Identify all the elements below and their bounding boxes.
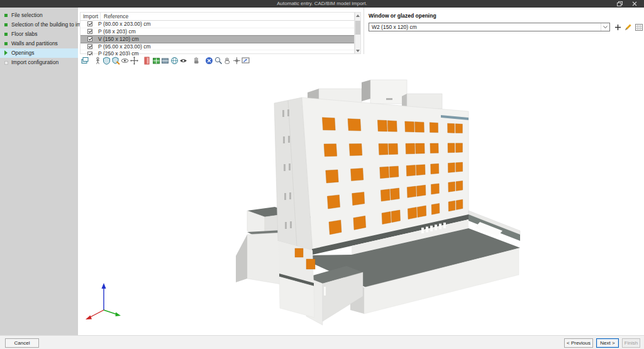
- table-scrollbar[interactable]: [355, 12, 361, 54]
- step-done-icon: [4, 23, 8, 26]
- sidebar-item-label: Import configuration: [11, 59, 58, 65]
- previous-button[interactable]: < Previous: [564, 338, 593, 348]
- step-current-icon: [4, 50, 8, 55]
- panel-title: Window or glazed opening: [364, 8, 644, 19]
- reference-cell: P (68 x 203) cm: [92, 28, 136, 35]
- selected-opening-value: W2 (150 x 120) cm: [369, 23, 601, 31]
- zoom-window-icon[interactable]: [214, 57, 223, 65]
- shield-edit-icon[interactable]: [112, 57, 120, 65]
- scroll-up-icon[interactable]: [355, 13, 360, 18]
- openings-table: Import Reference P (80.00 x 203.00) cm P…: [80, 12, 355, 54]
- title-bar: Automatic entry. CAD/BIM model import.: [0, 0, 644, 8]
- views-stack-icon[interactable]: [80, 57, 89, 65]
- reference-cell: P (95.00 x 203.00) cm: [92, 43, 150, 50]
- model-3d-viewport[interactable]: [78, 65, 644, 335]
- zoom-extents-icon[interactable]: [205, 57, 213, 65]
- fit-screen-icon[interactable]: [242, 57, 250, 65]
- axis-triad: [86, 283, 121, 319]
- table-grid-icon[interactable]: [635, 23, 643, 31]
- finish-button-disabled: Finish: [622, 338, 640, 348]
- scroll-down-icon[interactable]: [355, 48, 360, 53]
- table-row[interactable]: P (95.00 x 203.00) cm: [80, 43, 354, 51]
- window-icon[interactable]: [152, 57, 160, 65]
- person-height-icon[interactable]: [94, 57, 102, 65]
- sidebar-item-walls-partitions[interactable]: Walls and partitions: [0, 39, 78, 48]
- sidebar-item-building-selection[interactable]: Selection of the building to import: [0, 20, 78, 30]
- sidebar-item-openings[interactable]: Openings: [0, 48, 78, 58]
- step-done-icon: [4, 14, 8, 17]
- wizard-window: Automatic entry. CAD/BIM model import. F…: [0, 0, 644, 349]
- sidebar-item-file-selection[interactable]: File selection: [0, 11, 78, 20]
- edit-pencil-icon[interactable]: [624, 23, 633, 31]
- opening-type-select[interactable]: W2 (150 x 120) cm: [369, 23, 610, 31]
- sphere-icon[interactable]: [170, 57, 179, 65]
- 3d-model-view: [78, 65, 644, 335]
- move-icon[interactable]: [130, 57, 138, 65]
- step-done-icon: [4, 42, 8, 45]
- cancel-button[interactable]: Cancel: [5, 338, 39, 348]
- window-title: Automatic entry. CAD/BIM model import.: [0, 0, 644, 8]
- import-checkbox[interactable]: [87, 44, 92, 49]
- skylight-icon[interactable]: [161, 57, 169, 65]
- import-checkbox[interactable]: [87, 36, 92, 42]
- sidebar-item-floor-slabs[interactable]: Floor slabs: [0, 30, 78, 39]
- reference-cell: P (80.00 x 203.00) cm: [92, 21, 150, 28]
- close-icon[interactable]: [628, 0, 641, 8]
- view-toolbar: [78, 55, 644, 65]
- import-checkbox[interactable]: [87, 29, 92, 34]
- scrollbar-thumb[interactable]: [355, 21, 360, 35]
- opening-type-panel: Window or glazed opening W2 (150 x 120) …: [364, 8, 644, 54]
- orbit-icon[interactable]: [121, 57, 129, 65]
- table-row[interactable]: P (68 x 203) cm: [80, 28, 354, 36]
- reference-cell: V (150 x 120) cm: [92, 36, 139, 43]
- visibility-icon[interactable]: [179, 57, 187, 65]
- next-button[interactable]: Next >: [596, 338, 619, 348]
- column-header-import: Import: [80, 13, 101, 20]
- table-row-selected[interactable]: V (150 x 120) cm: [80, 35, 354, 43]
- step-done-icon: [4, 33, 8, 36]
- shield-icon[interactable]: [103, 57, 111, 65]
- pan-icon[interactable]: [223, 57, 231, 65]
- column-header-reference: Reference: [101, 13, 354, 20]
- step-pending-icon: [4, 61, 8, 65]
- sidebar-item-import-configuration[interactable]: Import configuration: [0, 58, 78, 67]
- restore-window-icon[interactable]: [613, 0, 626, 8]
- table-header: Import Reference: [80, 13, 354, 21]
- table-row[interactable]: P (80.00 x 203.00) cm: [80, 21, 354, 28]
- import-checkbox[interactable]: [87, 21, 92, 26]
- center-target-icon[interactable]: [233, 57, 241, 65]
- hand-draw-icon[interactable]: [192, 57, 201, 65]
- sidebar-item-label: Floor slabs: [11, 31, 38, 37]
- chevron-down-icon[interactable]: [601, 23, 609, 31]
- sidebar-item-label: File selection: [11, 12, 43, 18]
- footer-bar: Cancel < Previous Next > Finish: [0, 335, 644, 349]
- door-icon[interactable]: [143, 57, 151, 65]
- sidebar-item-label: Openings: [11, 50, 34, 56]
- add-opening-icon[interactable]: [613, 23, 622, 31]
- sidebar-item-label: Selection of the building to import: [11, 21, 91, 28]
- wizard-steps-sidebar: File selection Selection of the building…: [0, 8, 78, 335]
- sidebar-item-label: Walls and partitions: [11, 40, 58, 47]
